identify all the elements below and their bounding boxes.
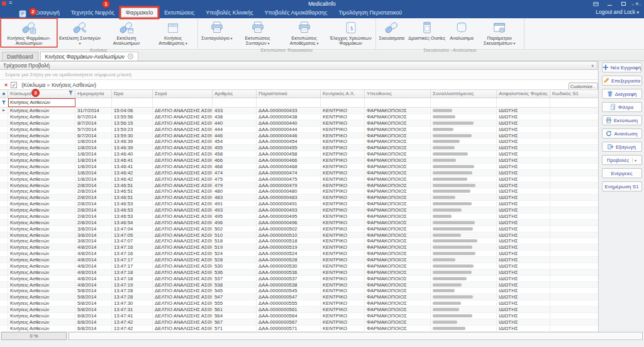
- filter-cell[interactable]: [257, 98, 321, 107]
- filter-cell[interactable]: [321, 98, 365, 107]
- table-row[interactable]: Κινήσεις Ασθενών 6/8/2014 13:47:42 ΔΕΛΤΙ…: [0, 319, 599, 326]
- table-row[interactable]: Κινήσεις Ασθενών 1/8/2014 13:46:42 ΔΕΛΤΙ…: [0, 170, 599, 176]
- minimize-icon[interactable]: [606, 1, 613, 7]
- filter-cell[interactable]: [550, 98, 599, 107]
- ribbon-button[interactable]: Δραστικές Ουσίες: [406, 19, 447, 47]
- column-header[interactable]: Κύκλωμα: [8, 90, 75, 98]
- side-panel-button[interactable]: Ενέργειες: [602, 168, 642, 178]
- table-row[interactable]: Κινήσεις Ασθενών 4/8/2014 13:47:16 ΔΕΛΤΙ…: [0, 244, 599, 251]
- table-row[interactable]: Κινήσεις Ασθενών 4/8/2014 13:47:18 ΔΕΛΤΙ…: [0, 276, 599, 282]
- ribbon-button[interactable]: Εκτυπώσεις Αποθέματος ▾: [281, 19, 328, 47]
- chevron-down-icon[interactable]: ▾: [591, 62, 594, 70]
- ribbon-button[interactable]: Συνταγολόγιο ▾: [199, 19, 235, 47]
- filter-row-icon[interactable]: [0, 98, 8, 107]
- ribbon-tab[interactable]: Υποβολές Αιμοκάθαρσης: [258, 7, 333, 18]
- table-row[interactable]: Κινήσεις Ασθενών 6/8/2014 13:47:41 ΔΕΛΤΙ…: [0, 313, 599, 319]
- table-row[interactable]: Κινήσεις Ασθενών 5/8/2014 13:47:30 ΔΕΛΤΙ…: [0, 300, 599, 307]
- table-row[interactable]: Κινήσεις Ασθενών 3/8/2014 13:47:05 ΔΕΛΤΙ…: [0, 232, 599, 239]
- filter-cell[interactable]: [213, 98, 257, 107]
- column-header[interactable]: Συναλλασσόμενος: [431, 90, 497, 98]
- current-view-bar[interactable]: Τρέχουσα Προβολή ▾: [0, 61, 597, 70]
- table-row[interactable]: Κινήσεις Ασθενών 3/8/2014 13:47:07 ΔΕΛΤΙ…: [0, 238, 599, 244]
- ribbon-button[interactable]: Παράμετροι Σκευασμάτων ▾: [476, 19, 523, 47]
- ribbon-button[interactable]: Αναλώσιμα: [447, 19, 476, 47]
- table-row[interactable]: Κινήσεις Ασθενών 5/7/2014 13:59:23 ΔΕΛΤΙ…: [0, 127, 599, 133]
- table-row[interactable]: Κινήσεις Ασθενών 5/8/2014 13:47:31 ΔΕΛΤΙ…: [0, 307, 599, 313]
- side-panel-button[interactable]: Επεξεργασία: [602, 76, 642, 86]
- side-panel-button[interactable]: Εξαγωγή: [602, 142, 642, 152]
- table-row[interactable]: Κινήσεις Ασθενών 1/8/2014 13:46:41 ΔΕΛΤΙ…: [0, 157, 599, 164]
- table-row[interactable]: Κινήσεις Ασθενών 1/8/2014 13:46:42 ΔΕΛΤΙ…: [0, 176, 599, 183]
- column-header[interactable]: Αριθμός: [213, 90, 257, 98]
- filter-cell[interactable]: [75, 98, 112, 107]
- column-header[interactable]: Υπεύθυνος: [365, 90, 431, 98]
- table-row[interactable]: Κινήσεις Ασθενών 2/8/2014 13:46:53 ΔΕΛΤΙ…: [0, 213, 599, 220]
- group-by-drop-area[interactable]: Σύρετε μια Στήλη για να ομαδοποιήσετε σύ…: [0, 70, 597, 80]
- filter-funnel-icon[interactable]: [68, 90, 74, 98]
- ribbon-button[interactable]: Εκτυπώσεις Συνταγών ▾: [235, 19, 281, 47]
- ribbon-button[interactable]: Εκτέλεση Συνταγών ▾: [57, 19, 103, 47]
- side-panel-button[interactable]: Εκτύπωση: [602, 115, 642, 125]
- ribbon-tab[interactable]: Υποβολές Κλινικής: [200, 7, 258, 18]
- filter-cell-cycle[interactable]: Κινήσεις Ασθενών: [8, 98, 75, 107]
- table-row[interactable]: Κινήσεις Ασθενών 2/8/2014 13:46:53 ΔΕΛΤΙ…: [0, 201, 599, 207]
- table-row[interactable]: Κινήσεις Ασθενών 1/8/2014 13:46:39 ΔΕΛΤΙ…: [0, 139, 599, 145]
- column-header[interactable]: Κεντρικός Α.Χ.: [321, 90, 365, 98]
- document-tab[interactable]: Dashboard: [2, 52, 38, 60]
- table-row[interactable]: Κινήσεις Ασθενών 4/8/2014 13:47:17 ΔΕΛΤΙ…: [0, 263, 599, 270]
- table-row[interactable]: Κινήσεις Ασθενών 1/8/2014 13:46:40 ΔΕΛΤΙ…: [0, 151, 599, 157]
- table-row[interactable]: Κινήσεις Ασθενών 2/8/2014 13:46:54 ΔΕΛΤΙ…: [0, 220, 599, 226]
- column-header[interactable]: Κωδικός S1: [550, 90, 599, 98]
- filter-enabled-checkbox[interactable]: ✓: [11, 82, 17, 88]
- table-row[interactable]: Κινήσεις Ασθενών 2/8/2014 13:46:51 ΔΕΛΤΙ…: [0, 188, 599, 195]
- filter-cell[interactable]: [497, 98, 550, 107]
- side-panel-button[interactable]: Ανανέωση: [602, 128, 642, 139]
- table-row[interactable]: Κινήσεις Ασθενών 3/8/2014 13:47:04 ΔΕΛΤΙ…: [0, 226, 599, 232]
- ribbon-button[interactable]: Κινήσεις Φαρμάκων-Αναλωσίμων: [1, 19, 57, 47]
- column-header[interactable]: Παραστατικά: [257, 90, 321, 98]
- ribbon-tab[interactable]: Τιμολόγηση Περιστατικού: [333, 7, 408, 18]
- side-panel-button[interactable]: Προβολές ▾: [602, 155, 642, 165]
- maximize-icon[interactable]: [620, 1, 626, 7]
- tab-close-icon[interactable]: ×: [638, 2, 641, 8]
- table-row[interactable]: Κινήσεις Ασθενών 6/7/2014 13:59:30 ΔΕΛΤΙ…: [0, 133, 599, 139]
- table-row[interactable]: Κινήσεις Ασθενών 5/8/2014 13:47:28 ΔΕΛΤΙ…: [0, 288, 599, 294]
- filter-cell[interactable]: [431, 98, 497, 107]
- ribbon-tab[interactable]: Εκτυπώσεις: [158, 7, 200, 18]
- ribbon-tab[interactable]: Τεχνητός Νεφρός: [65, 7, 120, 18]
- table-row[interactable]: Κινήσεις Ασθενών 4/8/2014 13:47:17 ΔΕΛΤΙ…: [0, 257, 599, 263]
- side-panel-button[interactable]: Ενημέρωση S1: [602, 181, 642, 191]
- ribbon-button[interactable]: Εκτέλεση Αναλωσίμων: [103, 19, 150, 47]
- chevron-down-icon[interactable]: ▾: [632, 158, 636, 162]
- table-row[interactable]: Κινήσεις Ασθενών 4/8/2014 13:47:19 ΔΕΛΤΙ…: [0, 282, 599, 288]
- close-tab-icon[interactable]: ×: [128, 54, 133, 59]
- remove-filter-icon[interactable]: ×: [4, 82, 8, 88]
- table-row[interactable]: ▸ Κινήσεις Ασθενών 31/7/2014 15:04:06 ΔΕ…: [0, 108, 599, 114]
- table-row[interactable]: Κινήσεις Ασθενών 2/8/2014 13:46:53 ΔΕΛΤΙ…: [0, 207, 599, 213]
- table-row[interactable]: Κινήσεις Ασθενών 1/8/2014 13:46:41 ΔΕΛΤΙ…: [0, 164, 599, 170]
- document-tab[interactable]: Κινήσεις Φαρμάκων-Αναλωσίμων ×: [40, 52, 138, 60]
- tab-list-chevron-icon[interactable]: ▾: [631, 2, 634, 8]
- table-row[interactable]: Κινήσεις Ασθενών 2/8/2014 13:46:51 ΔΕΛΤΙ…: [0, 183, 599, 189]
- filter-cell[interactable]: [365, 98, 431, 107]
- side-panel-button[interactable]: Νέα Εγγραφή: [602, 62, 642, 72]
- ribbon-button[interactable]: $ Έλεγχος Χρεώσεων Φαρμάκων: [328, 19, 374, 47]
- table-row[interactable]: Κινήσεις Ασθενών 6/7/2014 13:55:56 ΔΕΛΤΙ…: [0, 114, 599, 120]
- table-row[interactable]: Κινήσεις Ασθενών 4/8/2014 13:47:18 ΔΕΛΤΙ…: [0, 270, 599, 276]
- column-header[interactable]: Ασφαλιστικός Φορέας: [497, 90, 550, 98]
- table-row[interactable]: Κινήσεις Ασθενών 6/8/2014 13:47:42 ΔΕΛΤΙ…: [0, 326, 599, 332]
- table-row[interactable]: Κινήσεις Ασθενών 2/8/2014 13:46:51 ΔΕΛΤΙ…: [0, 195, 599, 201]
- filter-cell[interactable]: [112, 98, 153, 107]
- side-panel-button[interactable]: Διαγραφή: [602, 89, 642, 99]
- table-row[interactable]: Κινήσεις Ασθενών 1/8/2014 13:46:39 ΔΕΛΤΙ…: [0, 145, 599, 151]
- column-header[interactable]: Ώρα: [112, 90, 153, 98]
- filter-cell[interactable]: [153, 98, 213, 107]
- ribbon-tab[interactable]: Φαρμακείο: [120, 7, 158, 18]
- ribbon-button[interactable]: Σκευάσματα: [377, 19, 407, 47]
- grid-indicator-header[interactable]: [0, 90, 8, 98]
- column-header[interactable]: Σειρά: [153, 90, 213, 98]
- app-flag-icon[interactable]: [19, 9, 26, 16]
- table-row[interactable]: Κινήσεις Ασθενών 5/8/2014 13:47:28 ΔΕΛΤΙ…: [0, 294, 599, 300]
- side-panel-button[interactable]: Φίλτρα: [602, 102, 642, 112]
- ribbon-button[interactable]: Κινήσεις Αποθέματος ▾: [150, 19, 196, 47]
